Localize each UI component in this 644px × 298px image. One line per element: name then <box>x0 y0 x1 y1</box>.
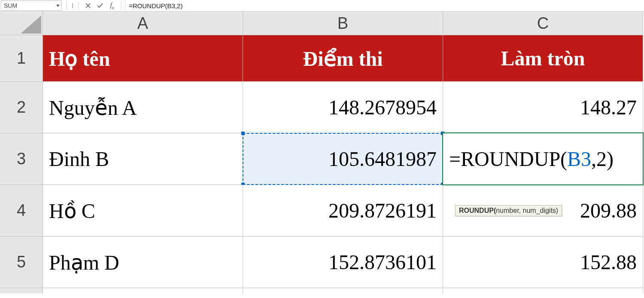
cell-text: Họ tên <box>49 46 110 71</box>
formula-input[interactable]: =ROUNDUP(B3,2) <box>125 0 644 11</box>
cell-A5[interactable]: Phạm D <box>43 237 243 288</box>
drag-handle-icon[interactable] <box>72 3 73 8</box>
column-headers: A B C <box>0 12 644 35</box>
cancel-icon[interactable] <box>84 2 92 9</box>
chevron-down-icon[interactable] <box>56 5 60 7</box>
cell-A4[interactable]: Hồ C <box>43 185 243 237</box>
reference-handle[interactable] <box>241 132 245 135</box>
name-box-value: SUM <box>4 2 17 9</box>
cell-B1[interactable]: Điểm thi <box>243 35 443 82</box>
cell-B4[interactable]: 209.8726191 <box>243 185 443 237</box>
cell-C3[interactable]: =ROUNDUP(B3,2) <box>443 133 643 185</box>
cell-A3[interactable]: Đinh B <box>43 133 243 185</box>
cell-text: Làm tròn <box>501 46 585 70</box>
table-row: 2 Nguyễn A 148.2678954 148.27 <box>0 82 644 133</box>
formula-token: ,2) <box>591 147 614 170</box>
formula-input-text: =ROUNDUP(B3,2) <box>129 2 182 9</box>
cell-text: 148.2678954 <box>328 95 437 119</box>
cell-text: Phạm D <box>49 250 119 274</box>
cell-text: 209.8726191 <box>328 199 437 222</box>
formula-bar-buttons: fx <box>63 0 125 11</box>
formula-ref-token: B3 <box>567 147 591 170</box>
cell-C1[interactable]: Làm tròn <box>443 35 643 82</box>
formula-bar: SUM fx =ROUNDUP(B3,2) <box>0 0 644 12</box>
cell-A1[interactable]: Họ tên <box>43 35 243 82</box>
row-header-5[interactable]: 5 <box>0 237 43 288</box>
cell-text: Nguyễn A <box>49 95 137 120</box>
row-header-1[interactable]: 1 <box>0 35 43 82</box>
cell-C2[interactable]: 148.27 <box>443 82 643 133</box>
cell-text: 105.6481987 <box>328 147 437 171</box>
cell-text: Điểm thi <box>303 46 383 71</box>
cell-text: Hồ C <box>49 199 95 223</box>
table-row <box>0 288 644 293</box>
enter-icon[interactable] <box>96 2 104 9</box>
column-header-A[interactable]: A <box>43 12 243 35</box>
function-tooltip: ROUNDUP(number, num_digits) <box>455 205 562 216</box>
cell-text: 148.27 <box>580 95 637 119</box>
cell-B3[interactable]: 105.6481987 <box>243 133 443 185</box>
cell-formula-text: =ROUNDUP(B3,2) <box>449 147 614 171</box>
cell-A2[interactable]: Nguyễn A <box>43 82 243 133</box>
insert-function-icon[interactable]: fx <box>108 2 116 9</box>
table-row: 5 Phạm D 152.8736101 152.88 <box>0 237 644 288</box>
select-all-corner[interactable] <box>0 12 43 35</box>
cell-text: 152.8736101 <box>328 250 437 274</box>
row-header-2[interactable]: 2 <box>0 82 43 133</box>
cell-A6[interactable] <box>43 288 243 293</box>
cell-text: 209.88 <box>580 199 637 222</box>
column-header-C[interactable]: C <box>443 12 643 35</box>
spreadsheet-grid: A B C 1 Họ tên Điểm thi Làm tròn 2 Nguyễ… <box>0 12 644 293</box>
row-header-3[interactable]: 3 <box>0 133 43 185</box>
cell-B6[interactable] <box>243 288 443 293</box>
row-header-6[interactable] <box>0 288 43 293</box>
name-box[interactable]: SUM <box>1 0 62 11</box>
cell-B5[interactable]: 152.8736101 <box>243 237 443 288</box>
cell-C6[interactable] <box>443 288 643 293</box>
separator <box>121 2 122 9</box>
formula-token: =ROUNDUP( <box>449 147 567 170</box>
cell-text: Đinh B <box>49 147 109 171</box>
tooltip-fn-args: number, num_digits) <box>496 207 558 214</box>
table-row: 1 Họ tên Điểm thi Làm tròn <box>0 35 644 82</box>
table-row: 3 Đinh B 105.6481987 =ROUNDUP(B3,2) <box>0 133 644 185</box>
column-header-B[interactable]: B <box>243 12 443 35</box>
row-header-4[interactable]: 4 <box>0 185 43 237</box>
separator <box>66 2 67 9</box>
cell-B2[interactable]: 148.2678954 <box>243 82 443 133</box>
tooltip-fn-name: ROUNDUP( <box>459 207 496 214</box>
cell-text: 152.88 <box>580 250 637 274</box>
separator <box>79 2 79 9</box>
cell-C5[interactable]: 152.88 <box>443 237 643 288</box>
